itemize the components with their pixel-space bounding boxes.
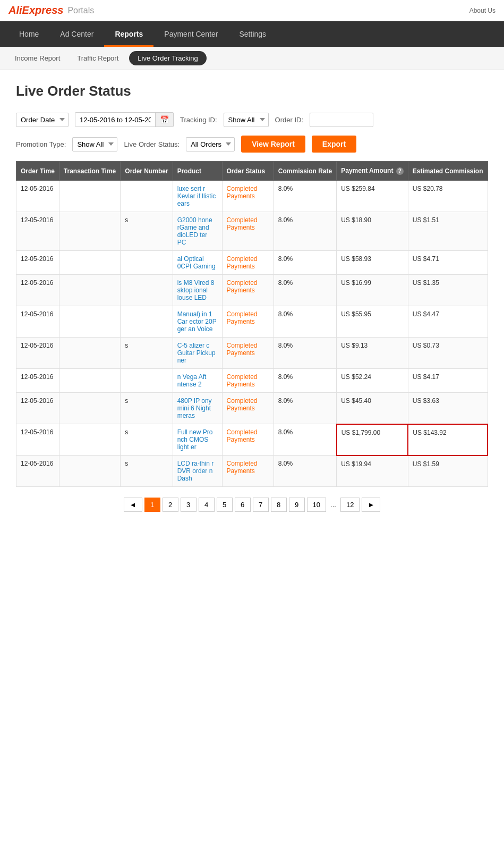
product-link[interactable]: Manual) in 1 Car ector 20P ger an Voice <box>177 310 217 333</box>
nav-reports[interactable]: Reports <box>104 21 153 47</box>
table-row: 12-05-2016is M8 Vired 8 sktop ional lous… <box>16 275 488 306</box>
export-button[interactable]: Export <box>312 136 356 153</box>
pagination-page-1[interactable]: 1 <box>144 498 160 512</box>
product-link[interactable]: 480P IP ony mini 6 Night meras <box>177 397 212 419</box>
top-bar: AliExpress Portals About Us <box>0 0 504 21</box>
product-link[interactable]: luxe sert r Kevlar if llistic ears <box>177 185 216 207</box>
cell-transaction-time <box>59 251 120 275</box>
product-link[interactable]: is M8 Vired 8 sktop ional louse LED <box>177 279 215 301</box>
about-us-link[interactable]: About Us <box>469 7 496 14</box>
cell-order-status: Completed Payments <box>222 212 274 251</box>
table-row: 12-05-2016sFull new Pro nch CMOS light e… <box>16 424 488 456</box>
cell-payment-amount: US $9.13 <box>337 338 408 369</box>
calendar-icon[interactable]: 📅 <box>155 113 173 127</box>
order-id-label: Order ID: <box>275 116 303 124</box>
order-status-text: Completed Payments <box>227 428 258 443</box>
order-status-text: Completed Payments <box>227 279 258 294</box>
cell-order-number <box>121 306 173 338</box>
cell-commission-rate: 8.0% <box>274 251 336 275</box>
promotion-type-label: Promotion Type: <box>16 140 66 148</box>
cell-estimated-commission: US $1.59 <box>408 456 488 487</box>
order-status-text: Completed Payments <box>227 185 258 200</box>
cell-product: Full new Pro nch CMOS light er <box>173 424 222 456</box>
pagination-prev[interactable]: ◄ <box>124 498 142 512</box>
nav-ad-center[interactable]: Ad Center <box>49 21 104 47</box>
nav-home[interactable]: Home <box>8 21 49 47</box>
tracking-id-wrapper: Show All <box>224 113 269 127</box>
cell-payment-amount: US $16.99 <box>337 275 408 306</box>
pagination-page-4[interactable]: 4 <box>199 498 215 512</box>
cell-payment-amount: US $45.40 <box>337 393 408 424</box>
date-range-input[interactable] <box>75 113 155 127</box>
logo-area: AliExpress Portals <box>8 4 94 16</box>
cell-commission-rate: 8.0% <box>274 456 336 487</box>
pagination-page-3[interactable]: 3 <box>181 498 197 512</box>
table-row: 12-05-2016al Optical 0CPI GamingComplete… <box>16 251 488 275</box>
payment-amount-help-icon[interactable]: ? <box>396 167 404 175</box>
col-order-status: Order Status <box>222 162 274 181</box>
pagination-page-2[interactable]: 2 <box>163 498 178 512</box>
product-link[interactable]: Full new Pro nch CMOS light er <box>177 428 213 451</box>
subnav-traffic-report[interactable]: Traffic Report <box>71 51 125 65</box>
cell-commission-rate: 8.0% <box>274 369 336 393</box>
nav-settings[interactable]: Settings <box>228 21 277 47</box>
filters-row-1: Order Date 📅 Tracking ID: Show All Order… <box>16 112 488 127</box>
product-link[interactable]: C-5 alizer c Guitar Pickup ner <box>177 342 216 364</box>
cell-commission-rate: 8.0% <box>274 393 336 424</box>
cell-estimated-commission: US $1.51 <box>408 212 488 251</box>
cell-order-status: Completed Payments <box>222 338 274 369</box>
date-range-picker: 📅 <box>75 112 174 127</box>
product-link[interactable]: al Optical 0CPI Gaming <box>177 255 216 270</box>
order-status-text: Completed Payments <box>227 310 258 325</box>
order-id-input[interactable] <box>310 113 373 127</box>
cell-order-time: 12-05-2016 <box>16 212 59 251</box>
live-order-status-select[interactable]: All Orders <box>186 137 235 151</box>
nav-payment-center[interactable]: Payment Center <box>153 21 228 47</box>
order-status-text: Completed Payments <box>227 255 258 270</box>
tracking-id-select[interactable]: Show All <box>224 113 269 127</box>
product-link[interactable]: LCD ra-thin r DVR order n Dash <box>177 460 214 482</box>
subnav-live-order-tracking[interactable]: Live Order Tracking <box>129 51 206 65</box>
cell-transaction-time <box>59 338 120 369</box>
cell-transaction-time <box>59 456 120 487</box>
pagination-page-8[interactable]: 8 <box>271 498 287 512</box>
order-status-text: Completed Payments <box>227 342 258 357</box>
table-row: 12-05-2016sLCD ra-thin r DVR order n Das… <box>16 456 488 487</box>
pagination-page-12[interactable]: 12 <box>340 498 360 512</box>
view-report-button[interactable]: View Report <box>241 136 305 153</box>
cell-order-time: 12-05-2016 <box>16 424 59 456</box>
cell-product: LCD ra-thin r DVR order n Dash <box>173 456 222 487</box>
cell-payment-amount: US $55.95 <box>337 306 408 338</box>
col-product: Product <box>173 162 222 181</box>
pagination-next[interactable]: ► <box>362 498 380 512</box>
table-row: 12-05-2016n Vega Aft ntense 2Completed P… <box>16 369 488 393</box>
pagination: ◄ 1 2 3 4 5 6 7 8 9 10 ... 12 ► <box>16 498 488 528</box>
col-transaction-time: Transaction Time <box>59 162 120 181</box>
pagination-page-6[interactable]: 6 <box>235 498 251 512</box>
pagination-page-9[interactable]: 9 <box>289 498 305 512</box>
promotion-type-select[interactable]: Show All <box>72 137 117 151</box>
product-link[interactable]: n Vega Aft ntense 2 <box>177 373 207 388</box>
cell-order-status: Completed Payments <box>222 306 274 338</box>
pagination-page-10[interactable]: 10 <box>307 498 326 512</box>
cell-estimated-commission: US $20.78 <box>408 181 488 212</box>
subnav-income-report[interactable]: Income Report <box>8 51 66 65</box>
cell-payment-amount: US $58.93 <box>337 251 408 275</box>
col-commission-rate: Commission Rate <box>274 162 336 181</box>
date-type-select[interactable]: Order Date <box>16 113 69 127</box>
cell-order-status: Completed Payments <box>222 251 274 275</box>
cell-transaction-time <box>59 424 120 456</box>
product-link[interactable]: G2000 hone rGame and dioLED ter PC <box>177 216 212 246</box>
page-title: Live Order Status <box>16 83 488 99</box>
cell-order-status: Completed Payments <box>222 369 274 393</box>
cell-commission-rate: 8.0% <box>274 275 336 306</box>
date-type-wrapper: Order Date <box>16 113 69 127</box>
cell-estimated-commission: US $143.92 <box>408 424 488 456</box>
cell-order-number <box>121 369 173 393</box>
cell-product: 480P IP ony mini 6 Night meras <box>173 393 222 424</box>
pagination-page-7[interactable]: 7 <box>253 498 269 512</box>
pagination-page-5[interactable]: 5 <box>217 498 233 512</box>
cell-order-number <box>121 181 173 212</box>
col-order-number: Order Number <box>121 162 173 181</box>
cell-commission-rate: 8.0% <box>274 306 336 338</box>
